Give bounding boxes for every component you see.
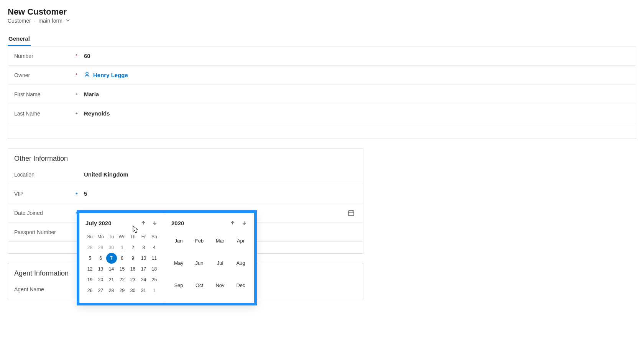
calendar-month[interactable]: Jul xyxy=(210,257,230,268)
dow-header: Th xyxy=(128,231,138,242)
calendar-day[interactable]: 20 xyxy=(95,274,106,285)
owner-link[interactable]: Henry Legge xyxy=(84,71,128,79)
field-vip[interactable]: VIP + 5 xyxy=(8,184,363,203)
calendar-month[interactable]: Oct xyxy=(190,280,209,290)
date-picker[interactable]: July 2020 SuMoTuWeThFrSa2829301234567891… xyxy=(77,210,257,305)
calendar-day[interactable]: 29 xyxy=(117,285,128,296)
calendar-day[interactable]: 6 xyxy=(95,253,106,264)
calendar-day[interactable]: 26 xyxy=(85,285,95,296)
field-label-location: Location xyxy=(14,172,76,178)
month-prev-button[interactable] xyxy=(140,219,147,227)
person-icon xyxy=(84,71,90,79)
dow-header: Su xyxy=(85,231,95,242)
calendar-day[interactable]: 10 xyxy=(138,253,149,264)
date-picker-year-title[interactable]: 2020 xyxy=(171,220,184,226)
calendar-day[interactable]: 12 xyxy=(85,264,95,274)
recommended-icon: + xyxy=(76,92,80,96)
calendar-day[interactable]: 5 xyxy=(85,253,95,264)
calendar-day[interactable]: 25 xyxy=(149,274,160,285)
required-icon: * xyxy=(76,73,80,78)
recommended-icon: + xyxy=(76,112,80,116)
date-picker-months-grid: JanFebMarAprMayJunJulAugSepOctNovDec xyxy=(170,231,250,290)
field-label-agent-name: Agent Name xyxy=(14,286,76,292)
calendar-day[interactable]: 7 xyxy=(106,253,117,264)
calendar-day[interactable]: 30 xyxy=(128,285,138,296)
field-label-first-name: First Name xyxy=(14,91,76,97)
year-prev-button[interactable] xyxy=(229,219,237,227)
field-value-vip[interactable]: 5 xyxy=(84,190,357,197)
calendar-month[interactable]: Mar xyxy=(210,235,230,246)
calendar-month[interactable]: Aug xyxy=(231,257,250,268)
calendar-month[interactable]: Jun xyxy=(190,257,209,268)
calendar-day[interactable]: 19 xyxy=(85,274,95,285)
field-value-location[interactable]: United Kingdom xyxy=(84,171,357,178)
year-next-button[interactable] xyxy=(240,219,248,227)
date-picker-month-title[interactable]: July 2020 xyxy=(85,220,112,226)
breadcrumb-separator-icon: · xyxy=(34,18,36,24)
calendar-day[interactable]: 18 xyxy=(149,264,160,274)
page-title: New Customer xyxy=(8,7,636,17)
calendar-day[interactable]: 14 xyxy=(106,264,117,274)
chevron-down-icon[interactable] xyxy=(66,18,70,24)
dow-header: Tu xyxy=(106,231,117,242)
calendar-day[interactable]: 21 xyxy=(106,274,117,285)
date-picker-grid: SuMoTuWeThFrSa28293012345678910111213141… xyxy=(84,231,160,296)
tab-general[interactable]: General xyxy=(8,32,31,46)
field-first-name[interactable]: First Name + Maria xyxy=(8,85,636,104)
calendar-day[interactable]: 1 xyxy=(149,285,160,296)
field-label-passport: Passport Number xyxy=(14,229,76,235)
calendar-day[interactable]: 30 xyxy=(106,242,117,253)
calendar-day[interactable]: 16 xyxy=(128,264,138,274)
field-label-owner: Owner xyxy=(14,72,76,78)
calendar-day[interactable]: 1 xyxy=(117,242,128,253)
calendar-month[interactable]: Jan xyxy=(169,235,188,246)
calendar-day[interactable]: 4 xyxy=(149,242,160,253)
field-location[interactable]: Location United Kingdom xyxy=(8,165,363,184)
field-owner[interactable]: Owner * Henry Legge xyxy=(8,66,636,85)
calendar-month[interactable]: May xyxy=(169,257,188,268)
field-last-name[interactable]: Last Name + Reynolds xyxy=(8,104,636,123)
recommended-icon: + xyxy=(76,192,80,196)
dow-header: Mo xyxy=(95,231,106,242)
calendar-month[interactable]: Dec xyxy=(231,280,250,290)
calendar-day[interactable]: 23 xyxy=(128,274,138,285)
calendar-day[interactable]: 9 xyxy=(128,253,138,264)
field-label-date-joined: Date Joined xyxy=(14,210,76,216)
calendar-icon[interactable] xyxy=(348,210,355,216)
field-value-owner: Henry Legge xyxy=(84,71,630,79)
field-blank xyxy=(8,123,636,139)
calendar-day[interactable]: 31 xyxy=(138,285,149,296)
form-selector[interactable]: main form xyxy=(39,18,62,24)
breadcrumb-entity: Customer xyxy=(8,18,31,24)
calendar-day[interactable]: 28 xyxy=(106,285,117,296)
tab-strip: General xyxy=(8,32,636,46)
calendar-day[interactable]: 28 xyxy=(85,242,95,253)
calendar-month[interactable]: Sep xyxy=(169,280,188,290)
calendar-month[interactable]: Nov xyxy=(210,280,230,290)
dow-header: Fr xyxy=(138,231,149,242)
calendar-day[interactable]: 3 xyxy=(138,242,149,253)
owner-name: Henry Legge xyxy=(93,72,128,78)
field-value-first-name[interactable]: Maria xyxy=(84,91,630,97)
dow-header: We xyxy=(117,231,128,242)
field-value-number[interactable]: 60 xyxy=(84,53,630,59)
calendar-day[interactable]: 13 xyxy=(95,264,106,274)
calendar-day[interactable]: 22 xyxy=(117,274,128,285)
required-icon: * xyxy=(76,54,80,58)
field-number[interactable]: Number * 60 xyxy=(8,46,636,66)
calendar-day[interactable]: 2 xyxy=(128,242,138,253)
calendar-month[interactable]: Feb xyxy=(190,235,209,246)
month-next-button[interactable] xyxy=(151,219,159,227)
calendar-day[interactable]: 15 xyxy=(117,264,128,274)
field-value-last-name[interactable]: Reynolds xyxy=(84,110,630,117)
calendar-day[interactable]: 11 xyxy=(149,253,160,264)
calendar-day[interactable]: 24 xyxy=(138,274,149,285)
calendar-day[interactable]: 17 xyxy=(138,264,149,274)
calendar-day[interactable]: 29 xyxy=(95,242,106,253)
field-label-vip: VIP xyxy=(14,191,76,197)
calendar-day[interactable]: 8 xyxy=(117,253,128,264)
calendar-month[interactable]: Apr xyxy=(231,235,250,246)
field-label-number: Number xyxy=(14,53,76,59)
section-heading-other: Other Information xyxy=(8,149,363,165)
calendar-day[interactable]: 27 xyxy=(95,285,106,296)
